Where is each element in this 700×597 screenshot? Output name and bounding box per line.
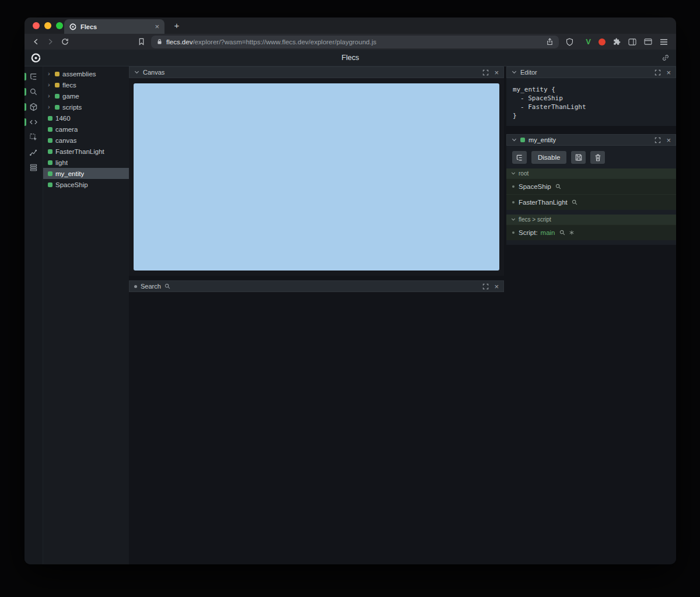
tab-close-icon[interactable]: ×	[155, 23, 159, 30]
expand-panel-icon[interactable]	[482, 69, 489, 76]
rail-inspect-button[interactable]	[24, 132, 43, 142]
component-value[interactable]: main	[541, 229, 555, 236]
expand-panel-icon[interactable]	[654, 137, 661, 143]
rail-entity-tree-button[interactable]	[24, 72, 43, 82]
entity-kind-icon	[55, 105, 60, 110]
expand-arrow-icon[interactable]: ›	[48, 104, 52, 110]
rail-script-button[interactable]	[24, 117, 43, 127]
collapsed-dot-icon[interactable]	[134, 285, 137, 288]
section-header[interactable]: flecs > script	[506, 215, 676, 224]
bullet-icon	[512, 231, 514, 234]
flecs-logo-icon[interactable]	[31, 53, 41, 63]
inspector-panel-header: my_entity ×	[506, 134, 676, 146]
entity-kind-icon	[48, 138, 52, 143]
expand-arrow-icon[interactable]: ›	[48, 71, 52, 77]
editor-code[interactable]: my_entity {- SpaceShip- FasterThanLight}	[506, 78, 676, 126]
rail-components-button[interactable]	[24, 102, 43, 112]
extension-v-icon[interactable]: V	[586, 37, 591, 46]
lock-icon	[157, 38, 162, 45]
inspector-panel-title: my_entity	[528, 136, 556, 143]
entity-kind-icon	[48, 116, 52, 121]
disable-button[interactable]: Disable	[531, 151, 566, 164]
tree-item-label: flecs	[62, 82, 76, 89]
active-indicator	[24, 73, 26, 80]
tree-item-label: scripts	[62, 104, 82, 111]
forward-icon[interactable]	[44, 36, 57, 48]
reload-icon[interactable]	[58, 36, 72, 48]
eval-script-icon[interactable]	[569, 230, 574, 235]
browser-tab[interactable]: Flecs ×	[64, 19, 164, 34]
tree-item-label: my_entity	[55, 170, 84, 177]
tree-item-SpaceShip[interactable]: SpaceShip	[43, 179, 129, 190]
expand-arrow-icon[interactable]: ›	[48, 93, 52, 99]
maximize-window-button[interactable]	[56, 22, 63, 29]
bookmark-icon[interactable]	[135, 36, 148, 48]
inspector-body: Disable rootSpaceShipFasterThanLightflec…	[506, 146, 676, 245]
sidebar-toggle-icon[interactable]	[628, 38, 636, 45]
expand-panel-icon[interactable]	[482, 283, 489, 290]
rail-tables-button[interactable]	[24, 163, 43, 173]
tree-item-1460[interactable]: 1460	[43, 113, 129, 124]
search-icon[interactable]	[559, 230, 565, 236]
tree-item-flecs[interactable]: ›flecs	[43, 79, 129, 90]
shield-icon[interactable]	[561, 36, 578, 48]
tree-item-canvas[interactable]: canvas	[43, 135, 129, 146]
tree-item-light[interactable]: light	[43, 157, 129, 168]
tab-title: Flecs	[80, 23, 97, 30]
wallet-icon[interactable]	[644, 38, 652, 45]
component-label: SpaceShip	[519, 183, 551, 190]
browser-toolbar: flecs.dev /explorer/?wasm=https://www.fl…	[24, 34, 676, 50]
component-label: FasterThanLight	[519, 199, 568, 206]
close-panel-icon[interactable]: ×	[666, 136, 671, 144]
tab-strip: Flecs × +	[24, 17, 676, 34]
entity-kind-icon	[55, 94, 60, 99]
canvas-viewport[interactable]	[134, 83, 499, 271]
component-row[interactable]: SpaceShip	[506, 178, 676, 194]
rail-query-search-button[interactable]	[24, 87, 43, 97]
extension-adblock-icon[interactable]	[598, 38, 606, 45]
close-panel-icon[interactable]: ×	[666, 69, 671, 76]
close-window-button[interactable]	[33, 22, 40, 29]
inspector-panel: my_entity × Disable	[506, 134, 676, 245]
component-label: Script:	[519, 229, 538, 236]
close-panel-icon[interactable]: ×	[494, 283, 499, 290]
extensions-puzzle-icon[interactable]	[613, 38, 621, 45]
url-input[interactable]: flecs.dev /explorer/?wasm=https://www.fl…	[151, 36, 559, 48]
rail-stats-button[interactable]	[24, 148, 43, 157]
search-icon[interactable]	[555, 184, 561, 189]
share-link-icon[interactable]	[662, 54, 670, 62]
close-panel-icon[interactable]: ×	[494, 69, 499, 76]
inspector-sections: rootSpaceShipFasterThanLightflecs > scri…	[506, 168, 676, 240]
delete-button[interactable]	[590, 151, 605, 164]
component-row[interactable]: FasterThanLight	[506, 194, 676, 210]
menu-icon[interactable]	[660, 38, 668, 45]
tree-item-game[interactable]: ›game	[43, 90, 129, 101]
expand-arrow-icon[interactable]: ›	[48, 82, 52, 88]
editor-panel: Editor × my_entity {- SpaceShip- FasterT…	[506, 66, 676, 126]
expand-panel-icon[interactable]	[654, 69, 661, 76]
tree-item-label: SpaceShip	[55, 181, 88, 188]
tree-item-my_entity[interactable]: my_entity	[43, 168, 129, 179]
minimize-window-button[interactable]	[44, 22, 51, 29]
tree-item-scripts[interactable]: ›scripts	[43, 101, 129, 113]
active-indicator	[24, 88, 26, 96]
chevron-down-icon[interactable]	[134, 70, 139, 75]
tree-item-FasterThanLight[interactable]: FasterThanLight	[43, 146, 129, 157]
search-icon[interactable]	[572, 199, 578, 205]
component-row[interactable]: Script:main	[506, 224, 676, 240]
tree-item-label: canvas	[55, 137, 76, 144]
component-section: rootSpaceShipFasterThanLight	[506, 168, 676, 210]
save-button[interactable]	[571, 151, 586, 164]
chevron-down-icon[interactable]	[512, 70, 517, 75]
inspector-toolbar: Disable	[506, 146, 676, 164]
tree-item-assemblies[interactable]: ›assemblies	[43, 68, 129, 79]
section-header[interactable]: root	[506, 168, 676, 178]
search-panel-title: Search	[141, 283, 161, 290]
active-indicator	[24, 103, 26, 111]
tree-item-camera[interactable]: camera	[43, 124, 129, 135]
share-icon[interactable]	[547, 38, 553, 45]
show-in-tree-button[interactable]	[512, 151, 527, 164]
chevron-down-icon[interactable]	[512, 138, 517, 142]
back-icon[interactable]	[29, 36, 43, 48]
new-tab-button[interactable]: +	[170, 20, 183, 31]
